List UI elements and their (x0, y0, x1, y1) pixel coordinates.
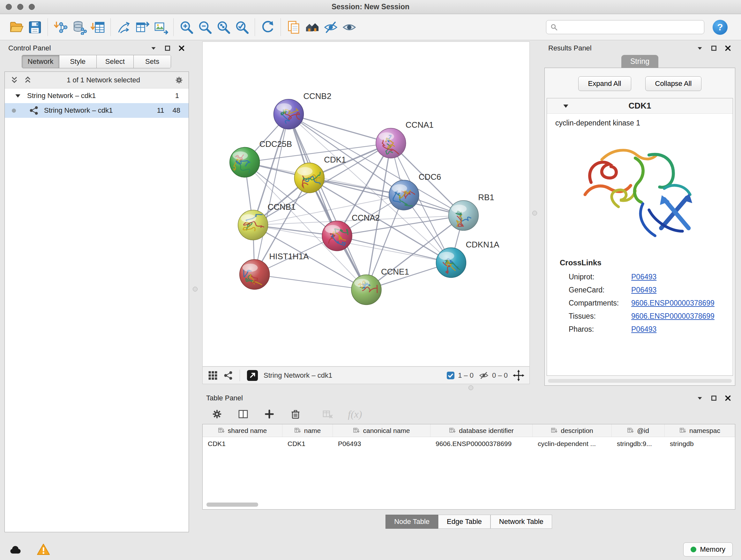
control-panel-resize-grip[interactable] (193, 287, 198, 292)
zoom-fit-button[interactable] (214, 17, 232, 37)
close-panel-icon[interactable] (178, 45, 185, 52)
import-network-from-database-button[interactable] (70, 17, 88, 37)
disclosure-triangle-icon[interactable] (562, 103, 569, 110)
close-window-button[interactable] (6, 4, 12, 10)
crosslink-link[interactable]: 9606.ENSP00000378699 (631, 312, 715, 320)
network-node-ccne1[interactable]: CCNE1 (351, 267, 409, 305)
tab-sets[interactable]: Sets (134, 55, 171, 68)
crosslink-link[interactable]: P06493 (631, 286, 657, 294)
node-details-header[interactable]: CDK1 (547, 98, 733, 114)
network-row[interactable]: String Network – cdk1 11 48 (5, 103, 189, 118)
toolbar-separator (111, 18, 111, 36)
close-panel-icon[interactable] (724, 45, 731, 52)
minimize-window-button[interactable] (17, 4, 23, 10)
add-column-button[interactable] (264, 408, 275, 420)
crosslink-link[interactable]: 9606.ENSP00000378699 (631, 299, 715, 307)
tab-network-table[interactable]: Network Table (490, 515, 552, 529)
float-panel-icon[interactable] (711, 45, 718, 52)
export-image-button[interactable] (151, 17, 170, 37)
selected-checkbox-icon[interactable] (447, 371, 455, 380)
zoom-out-button[interactable] (196, 17, 214, 37)
show-graphics-details-button[interactable] (340, 17, 358, 37)
column-header[interactable]: canonical name (333, 424, 430, 437)
network-view-button[interactable] (223, 370, 233, 381)
table-row[interactable]: CDK1 CDK1 P06493 9606.ENSP00000378699 cy… (203, 437, 735, 450)
detach-view-button[interactable] (246, 369, 259, 381)
node-table[interactable]: shared name name canonical name database… (202, 424, 735, 509)
column-header[interactable]: database identifier (430, 424, 533, 437)
import-table-from-file-button[interactable] (88, 17, 107, 37)
panel-menu-icon[interactable] (696, 45, 703, 52)
horizontal-scrollbar[interactable] (206, 503, 258, 507)
network-node-ccna1[interactable]: CCNA1 (376, 120, 434, 158)
copy-document-button[interactable] (284, 17, 303, 37)
zoom-selected-button[interactable] (232, 17, 251, 37)
show-columns-button[interactable] (238, 408, 249, 420)
column-header[interactable]: namespac (665, 424, 735, 437)
open-session-button[interactable] (7, 17, 25, 37)
export-network-button[interactable] (133, 17, 151, 37)
network-node-hist1h1a[interactable]: HIST1H1A (240, 252, 309, 290)
grid-view-button[interactable] (208, 370, 218, 381)
column-header[interactable]: shared name (203, 424, 282, 437)
collapse-all-button[interactable]: Collapse All (645, 76, 702, 91)
home-button[interactable] (303, 17, 321, 37)
float-panel-icon[interactable] (164, 45, 171, 52)
crosslink-row: Compartments: 9606.ENSP00000378699 (547, 297, 733, 310)
crosslink-link[interactable]: P06493 (631, 273, 657, 281)
cloud-icon[interactable] (8, 543, 22, 557)
column-header[interactable]: description (533, 424, 612, 437)
save-session-button[interactable] (25, 17, 44, 37)
import-network-from-file-button[interactable] (51, 17, 70, 37)
network-canvas[interactable]: CCNB2CCNA1CDC25BCDK1CDC6RB1CCNB1CCNA2CDK… (202, 42, 530, 367)
tab-node-table[interactable]: Node Table (386, 515, 438, 529)
network-list-box: 1 of 1 Network selected String Network –… (4, 71, 189, 532)
close-panel-icon[interactable] (724, 395, 731, 401)
network-node-ccnb1[interactable]: CCNB1 (238, 202, 296, 240)
disclosure-triangle-icon[interactable] (14, 92, 21, 99)
network-graph[interactable]: CCNB2CCNA1CDC25BCDK1CDC6RB1CCNB1CCNA2CDK… (203, 42, 529, 366)
tab-select[interactable]: Select (97, 55, 134, 68)
panel-menu-icon[interactable] (696, 395, 703, 401)
table-panel-resize-grip[interactable] (468, 385, 473, 390)
panel-menu-icon[interactable] (150, 45, 157, 52)
help-button[interactable]: ? (713, 20, 728, 35)
network-list-toolbar: 1 of 1 Network selected (5, 72, 189, 88)
import-network-icon (53, 20, 68, 35)
houses-icon (305, 20, 320, 35)
table-settings-button[interactable] (211, 408, 223, 420)
column-label: database identifier (459, 427, 514, 435)
network-node-cdkn1a[interactable]: CDKN1A (436, 240, 500, 278)
new-network-from-selection-button[interactable] (114, 17, 133, 37)
tab-network[interactable]: Network (22, 55, 59, 68)
collapse-all-icon[interactable] (10, 76, 19, 84)
hide-graphics-details-button[interactable] (321, 17, 340, 37)
hidden-eye-slash-icon[interactable] (479, 370, 489, 381)
sort-icon (551, 427, 558, 434)
results-panel-resize-grip[interactable] (532, 211, 537, 215)
network-node-cdc6[interactable]: CDC6 (389, 172, 441, 210)
tab-edge-table[interactable]: Edge Table (438, 515, 490, 529)
network-node-rb1[interactable]: RB1 (448, 193, 494, 231)
zoom-in-button[interactable] (177, 17, 196, 37)
column-header[interactable]: name (282, 424, 333, 437)
warning-icon[interactable] (37, 543, 51, 557)
results-scrollbar[interactable] (548, 379, 732, 383)
fit-content-button[interactable] (513, 370, 524, 381)
network-arrows-icon (116, 20, 131, 35)
crosslink-label: Pharos: (569, 325, 631, 334)
column-header[interactable]: @id (612, 424, 665, 437)
tab-style[interactable]: Style (59, 55, 97, 68)
delete-column-button[interactable] (290, 408, 301, 420)
zoom-window-button[interactable] (29, 4, 35, 10)
memory-button[interactable]: Memory (683, 543, 733, 557)
crosslink-link[interactable]: P06493 (631, 325, 657, 334)
network-collection-row[interactable]: String Network – cdk1 1 (5, 88, 189, 103)
apply-layout-button[interactable] (259, 17, 277, 37)
expand-all-icon[interactable] (23, 76, 32, 84)
search-input[interactable] (560, 23, 700, 31)
float-panel-icon[interactable] (711, 395, 718, 401)
tab-string[interactable]: String (621, 55, 658, 68)
expand-all-button[interactable]: Expand All (578, 76, 631, 91)
gear-icon[interactable] (175, 76, 184, 84)
